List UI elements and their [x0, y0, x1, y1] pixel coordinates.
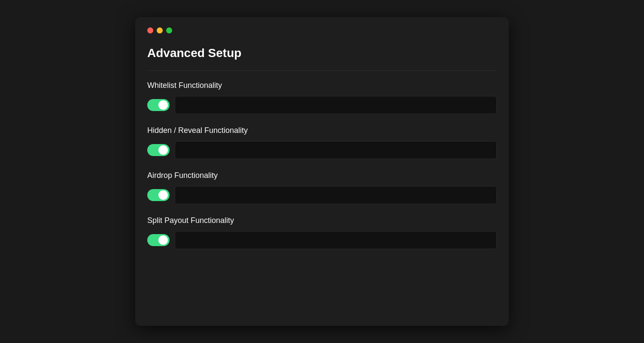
- whitelist-toggle[interactable]: [147, 99, 170, 111]
- hidden-reveal-toggle-track: [147, 144, 170, 156]
- split-payout-toggle-thumb: [158, 235, 168, 245]
- close-button[interactable]: [147, 27, 153, 33]
- hidden-reveal-label: Hidden / Reveal Functionality: [147, 126, 497, 135]
- split-payout-section: Split Payout Functionality: [147, 216, 497, 249]
- hidden-reveal-toggle[interactable]: [147, 144, 170, 156]
- whitelist-label: Whitelist Functionality: [147, 81, 497, 90]
- minimize-button[interactable]: [157, 27, 163, 33]
- hidden-reveal-toggle-row: [147, 141, 497, 159]
- whitelist-toggle-thumb: [158, 100, 168, 110]
- airdrop-toggle-thumb: [158, 190, 168, 200]
- hidden-reveal-toggle-thumb: [158, 145, 168, 155]
- hidden-reveal-section: Hidden / Reveal Functionality: [147, 126, 497, 159]
- title-divider: [147, 70, 497, 71]
- split-payout-toggle[interactable]: [147, 234, 170, 246]
- app-window: Advanced Setup Whitelist Functionality H…: [135, 17, 509, 326]
- whitelist-input[interactable]: [175, 96, 497, 114]
- split-payout-toggle-row: [147, 231, 497, 249]
- airdrop-toggle-track: [147, 189, 170, 201]
- whitelist-section: Whitelist Functionality: [147, 81, 497, 114]
- hidden-reveal-input[interactable]: [175, 141, 497, 159]
- whitelist-toggle-row: [147, 96, 497, 114]
- airdrop-toggle[interactable]: [147, 189, 170, 201]
- split-payout-label: Split Payout Functionality: [147, 216, 497, 225]
- whitelist-toggle-track: [147, 99, 170, 111]
- airdrop-label: Airdrop Functionality: [147, 171, 497, 180]
- title-bar: [147, 27, 497, 33]
- airdrop-section: Airdrop Functionality: [147, 171, 497, 204]
- airdrop-input[interactable]: [175, 186, 497, 204]
- split-payout-input[interactable]: [175, 231, 497, 249]
- split-payout-toggle-track: [147, 234, 170, 246]
- maximize-button[interactable]: [166, 27, 172, 33]
- page-title: Advanced Setup: [147, 46, 497, 60]
- airdrop-toggle-row: [147, 186, 497, 204]
